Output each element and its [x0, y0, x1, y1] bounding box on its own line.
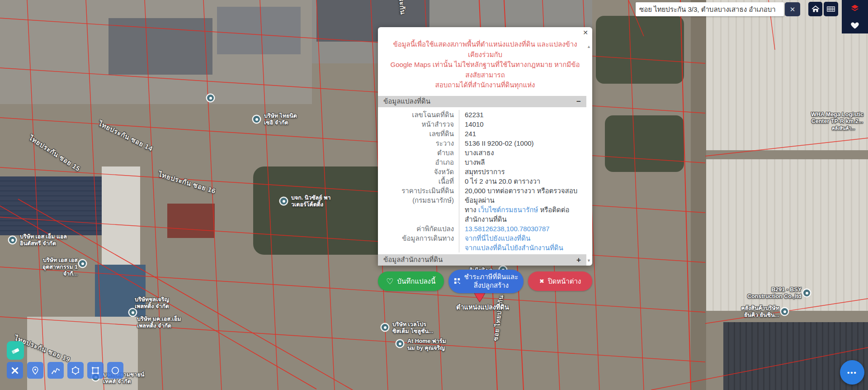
pin-icon [30, 366, 40, 376]
map-building [217, 7, 301, 54]
row-label: ราคาประเมินที่ดิน (กรมธนารักษ์) [378, 186, 459, 224]
polyline-tool-button[interactable] [47, 362, 64, 379]
row-label: อำเภอ [378, 157, 459, 167]
row-label: เลขโฉนดที่ดิน [378, 110, 459, 119]
price-text: 20,000 บาทต่อตารางวา หรือตรวจสอบข้อมูลผ่… [465, 187, 577, 204]
map-vegetation [253, 166, 389, 255]
table-row: หน้าสำรวจ 14010 [378, 119, 586, 129]
poi-label: บจก. นิวซัลย์ พา วเดอร์โค้ตติ้ง [291, 195, 331, 208]
row-value: สมุทรปราการ [459, 167, 586, 176]
scroll-down-icon[interactable]: ▼ [587, 258, 591, 263]
polygon-icon [71, 366, 80, 376]
poi-label: บริษัท มค.เอส.เอ็ม เพลทติ้ง จำกัด [137, 316, 181, 329]
directions-to-office-link[interactable]: จากแปลงที่ดินไปยังสำนักงานที่ดิน [465, 244, 563, 252]
map-side-panel [842, 0, 868, 33]
map-road [691, 0, 706, 390]
poi-label: บริษัท เวลโปร ซิสเต็ม โซลูชั่น... [392, 321, 434, 335]
section-office-title: ข้อมูลสำนักงานที่ดิน [383, 254, 443, 265]
pencil-ruler-icon [10, 366, 20, 376]
section-parcel-header[interactable]: ข้อมูลแปลงที่ดิน − [378, 96, 586, 107]
expand-icon[interactable]: + [576, 256, 581, 264]
poi-marker[interactable] [396, 340, 403, 347]
home-icon [811, 4, 821, 14]
qr-code-icon [454, 278, 461, 285]
row-value: บางพลี [459, 157, 586, 167]
price-text: ทาง [465, 206, 478, 214]
poi-marker[interactable] [382, 324, 388, 331]
row-label: ตำบล [378, 148, 459, 157]
poi-label: WHA Mega Logistic Center TP-R km.2... [808, 111, 866, 125]
close-window-label: ปิดหน้าต่าง [548, 276, 581, 287]
poi-marker[interactable] [79, 260, 86, 267]
poi-marker[interactable] [280, 198, 287, 205]
pay-land-tax-label: ชำระภาษีที่ดินและ สิ่งปลูกสร้าง [464, 273, 519, 290]
poi-label: At Home ฟาร์ม นม by คุณจริญ [407, 338, 446, 352]
clear-search-button[interactable]: ✕ [785, 2, 800, 16]
table-row: เลขโฉนดที่ดิน 62231 [378, 110, 586, 119]
grid-layer-button[interactable] [824, 2, 838, 16]
marker-tool-button[interactable] [27, 362, 43, 379]
close-icon[interactable]: ✕ [583, 29, 588, 36]
row-value: 5136 II 9200-02 (1000) [459, 138, 586, 148]
street-label: ไทยประกัน ซอย 14 [97, 119, 154, 153]
poi-label: บริษัท ไทยนิด เซอิ จำกัด [264, 113, 297, 126]
map-vegetation [596, 16, 684, 84]
eraser-tool-button[interactable] [7, 341, 24, 360]
save-parcel-button[interactable]: ♡ บันทึกแปลงนี้ [378, 271, 444, 291]
row-label: จังหวัด [378, 167, 459, 176]
street-label: ไทยประกัน ซอย 15 [28, 134, 82, 173]
close-x-icon: ✖ [539, 278, 544, 285]
poi-marker[interactable] [207, 95, 214, 101]
home-button[interactable] [808, 2, 822, 16]
polygon-tool-button[interactable] [67, 362, 84, 379]
collapse-icon[interactable]: − [576, 98, 581, 105]
layers-icon [849, 3, 860, 14]
treasury-website-link[interactable]: เว็บไซต์กรมธนารักษ์ [478, 206, 538, 214]
circle-tool-button[interactable] [107, 362, 123, 379]
poi-marker[interactable] [253, 116, 260, 123]
pay-land-tax-button[interactable]: ชำระภาษีที่ดินและ สิ่งปลูกสร้าง [448, 270, 524, 293]
row-value: 14010 [459, 119, 586, 129]
street-label: ไทยประกัน ซอย 16 [157, 170, 217, 195]
table-row-price: ราคาประเมินที่ดิน (กรมธนารักษ์) 20,000 บ… [378, 186, 586, 224]
close-window-button[interactable]: ✖ ปิดหน้าต่าง [528, 271, 592, 291]
table-row: ระวาง 5136 II 9200-02 (1000) [378, 138, 586, 148]
layers-button[interactable] [842, 0, 868, 17]
row-value: 62231 [459, 110, 586, 119]
popup-button-row: ♡ บันทึกแปลงนี้ ชำระภาษีที่ดินและ สิ่งปล… [378, 270, 592, 293]
map-building [167, 204, 215, 238]
row-label: ระวาง [378, 138, 459, 148]
eraser-icon [10, 346, 20, 356]
table-row-travel: ข้อมูลการเดินทาง จากที่นี่ไปยังแปลงที่ดิ… [378, 233, 586, 252]
poi-label: บริษัทชลเจริญ เพลทติ้ง จำกัด [135, 296, 169, 310]
poi-marker[interactable] [129, 309, 136, 316]
polyline-icon [51, 366, 61, 376]
more-options-fab[interactable]: ••• [840, 360, 864, 385]
section-parcel-title: ข้อมูลแปลงที่ดิน [383, 96, 430, 107]
row-label: หน้าสำรวจ [378, 119, 459, 129]
scroll-up-icon[interactable]: ▲ [587, 44, 591, 49]
search-input[interactable] [636, 2, 784, 16]
table-row: อำเภอ บางพลี [378, 157, 586, 167]
rectangle-tool-button[interactable] [87, 362, 104, 379]
poi-marker[interactable] [9, 237, 16, 243]
row-label: เนื้อที่ [378, 176, 459, 186]
draw-measure-tool-button[interactable] [7, 362, 23, 379]
map-building-solar [0, 176, 102, 235]
row-value: บางเสาธง [459, 148, 586, 157]
directions-to-parcel-link[interactable]: จากที่นี่ไปยังแปลงที่ดิน [465, 234, 530, 242]
row-label: เลขที่ดิน [378, 129, 459, 138]
table-row: เลขที่ดิน 241 [378, 129, 586, 138]
favorites-button[interactable] [842, 17, 868, 33]
poi-marker[interactable] [781, 308, 788, 315]
rectangle-icon [90, 366, 100, 376]
section-office-header[interactable]: ข้อมูลสำนักงานที่ดิน + [378, 254, 586, 266]
heart-icon [850, 20, 860, 30]
circle-icon [110, 366, 120, 376]
poi-label-sub: คลังสินค้า... [832, 126, 855, 131]
coordinates-link[interactable]: 13.58126238,100.78030787 [465, 225, 550, 233]
table-row: เนื้อที่ 0 ไร่ 2 งาน 20.0 ตารางวา [378, 176, 586, 186]
poi-marker[interactable] [803, 290, 810, 296]
save-parcel-label: บันทึกแปลงนี้ [397, 276, 435, 287]
poi-label: บริษัท เอส เอส อุตสาหกรรม 1 จำกั... [32, 257, 78, 277]
